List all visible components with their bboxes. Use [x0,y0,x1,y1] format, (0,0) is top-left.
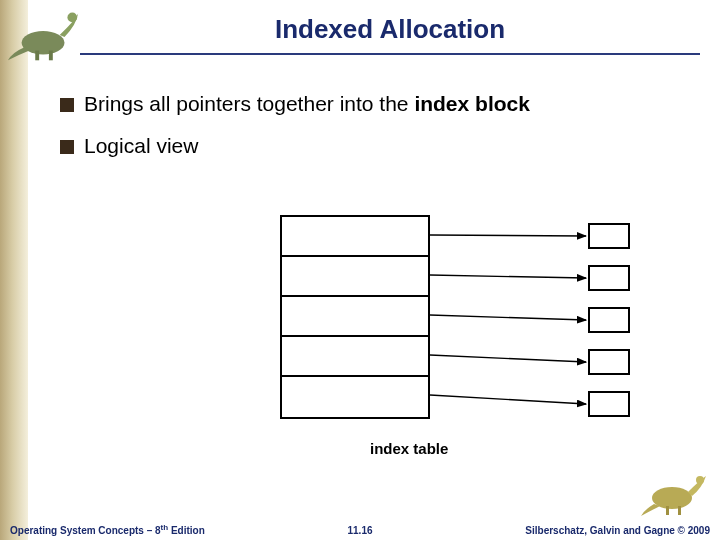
svg-line-8 [430,395,586,404]
bullet-text-bold: index block [414,92,530,115]
svg-line-6 [430,315,586,320]
bullet-item: Logical view [60,134,690,158]
svg-rect-1 [35,51,39,61]
page-title: Indexed Allocation [80,14,700,51]
data-block [588,391,630,417]
content-area: Brings all pointers together into the in… [60,92,690,176]
bullet-text-pre: Logical view [84,134,198,157]
svg-line-5 [430,275,586,278]
data-block [588,349,630,375]
svg-rect-11 [678,506,681,515]
bullet-text-pre: Brings all pointers together into the [84,92,414,115]
index-table-box [280,215,430,419]
svg-point-3 [67,13,77,23]
index-diagram [280,215,630,425]
sidebar-gradient [0,0,28,540]
data-block [588,265,630,291]
data-block [588,223,630,249]
footer: Operating System Concepts – 8th Edition … [0,518,720,536]
bullet-square-icon [60,98,74,112]
index-row [282,217,428,257]
footer-copyright: Silberschatz, Galvin and Gagne © 2009 [525,525,710,536]
dinosaur-bottom-icon [640,470,710,518]
index-row [282,297,428,337]
bullet-text: Logical view [84,134,198,158]
index-row [282,337,428,377]
dinosaur-top-icon [6,2,84,64]
bullet-square-icon [60,140,74,154]
svg-line-7 [430,355,586,362]
bullet-item: Brings all pointers together into the in… [60,92,690,116]
svg-rect-10 [666,506,669,515]
title-area: Indexed Allocation [80,14,700,55]
svg-rect-2 [49,51,53,61]
bullet-text: Brings all pointers together into the in… [84,92,530,116]
index-row [282,257,428,297]
svg-line-4 [430,235,586,236]
index-table-caption: index table [370,440,448,457]
title-underline [80,53,700,55]
index-row [282,377,428,417]
svg-point-12 [696,476,704,484]
data-block [588,307,630,333]
